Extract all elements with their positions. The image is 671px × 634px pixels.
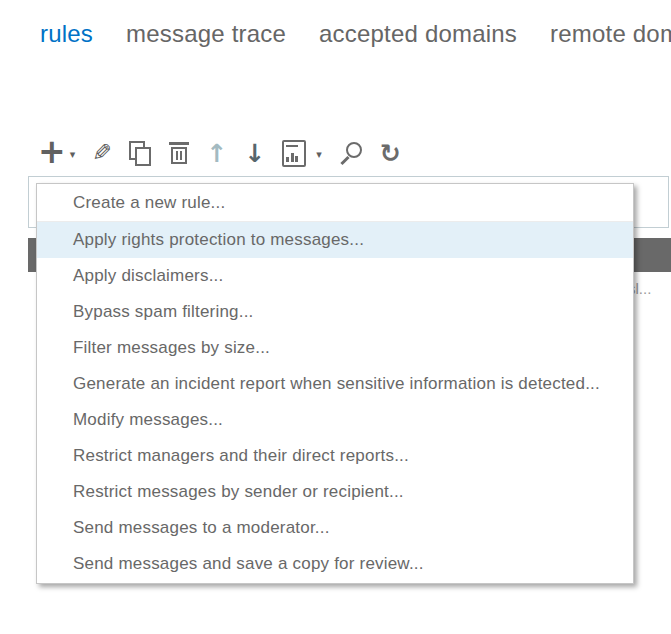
arrow-down-icon: ↓ xyxy=(244,141,265,166)
chevron-down-icon: ▾ xyxy=(316,149,322,160)
move-up-button[interactable]: ↑ xyxy=(206,141,227,166)
arrow-up-icon: ↑ xyxy=(206,141,227,166)
menu-item-restrict-messages-by-sender[interactable]: Restrict messages by sender or recipient… xyxy=(37,474,633,510)
edit-button[interactable]: ✎ xyxy=(92,141,112,165)
tab-rules[interactable]: rules xyxy=(40,20,93,48)
copy-icon xyxy=(129,141,152,166)
top-nav: rules message trace accepted domains rem… xyxy=(40,20,671,48)
menu-item-generate-incident-report[interactable]: Generate an incident report when sensiti… xyxy=(37,366,633,402)
menu-item-restrict-managers[interactable]: Restrict managers and their direct repor… xyxy=(37,438,633,474)
add-rule-button[interactable]: + ▾ xyxy=(38,139,75,168)
chevron-down-icon: ▾ xyxy=(70,149,76,160)
new-rule-dropdown-menu: Create a new rule... Apply rights protec… xyxy=(36,183,634,584)
search-icon xyxy=(339,141,363,166)
menu-item-apply-disclaimers[interactable]: Apply disclaimers... xyxy=(37,258,633,294)
refresh-icon: ↻ xyxy=(380,141,401,166)
refresh-button[interactable]: ↻ xyxy=(380,141,401,166)
delete-button[interactable] xyxy=(169,141,189,165)
search-button[interactable] xyxy=(339,141,363,166)
menu-item-send-and-save-copy[interactable]: Send messages and save a copy for review… xyxy=(37,546,633,582)
tab-message-trace[interactable]: message trace xyxy=(126,20,286,48)
menu-item-create-new-rule[interactable]: Create a new rule... xyxy=(37,185,633,222)
menu-item-bypass-spam-filtering[interactable]: Bypass spam filtering... xyxy=(37,294,633,330)
tab-accepted-domains[interactable]: accepted domains xyxy=(319,20,517,48)
edit-icon: ✎ xyxy=(92,141,112,165)
menu-item-apply-rights-protection[interactable]: Apply rights protection to messages... xyxy=(37,222,633,258)
copy-button[interactable] xyxy=(129,141,152,166)
trash-icon xyxy=(169,141,189,165)
menu-item-send-to-moderator[interactable]: Send messages to a moderator... xyxy=(37,510,633,546)
menu-item-filter-messages-by-size[interactable]: Filter messages by size... xyxy=(37,330,633,366)
rule-match-report-button[interactable]: ▾ xyxy=(282,140,322,167)
chart-box-icon xyxy=(282,140,306,167)
move-down-button[interactable]: ↓ xyxy=(244,141,265,166)
add-icon: + xyxy=(38,135,66,168)
toolbar: + ▾ ✎ ↑ ↓ ▾ ↻ xyxy=(38,134,401,172)
menu-item-modify-messages[interactable]: Modify messages... xyxy=(37,402,633,438)
tab-remote-domains[interactable]: remote domains xyxy=(550,20,671,48)
